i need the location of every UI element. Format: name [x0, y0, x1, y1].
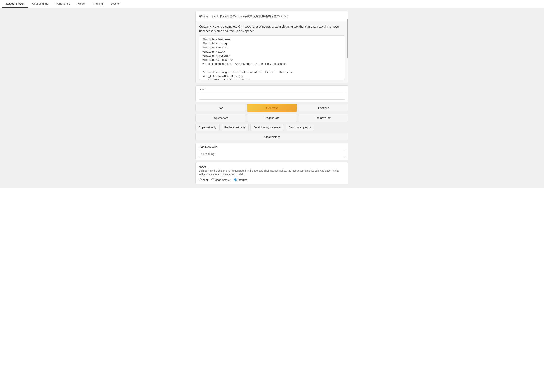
tab-session[interactable]: Session	[107, 0, 124, 8]
tab-bar: Text generation Chat settings Parameters…	[0, 0, 544, 8]
mode-chat-instruct-label: chat-instruct	[215, 178, 231, 181]
main-content: 帮我写一个可以自动清理Windows系统常见垃圾功能的完整C++代码 Certa…	[0, 8, 544, 188]
mode-instruct-label: instruct	[238, 178, 247, 181]
mode-chat-radio[interactable]	[199, 178, 202, 181]
tab-text-generation[interactable]: Text generation	[2, 0, 28, 8]
mode-chat-label: chat	[203, 178, 208, 181]
send-dummy-message-button[interactable]: Send dummy message	[250, 124, 284, 131]
tab-parameters[interactable]: Parameters	[52, 0, 74, 8]
mode-instruct-option[interactable]: instruct	[234, 178, 247, 181]
stop-button[interactable]: Stop	[195, 104, 245, 112]
assistant-message: Certainly! Here is a complete C++ code f…	[196, 21, 348, 83]
user-message: 帮我写一个可以自动清理Windows系统常见垃圾功能的完整C++代码	[196, 12, 348, 21]
scrollbar-thumb	[347, 19, 348, 58]
mode-instruct-radio[interactable]	[234, 178, 237, 181]
regenerate-button[interactable]: Regenerate	[247, 114, 297, 122]
replace-last-reply-button[interactable]: Replace last reply	[221, 124, 249, 131]
input-field[interactable]	[199, 92, 345, 99]
start-reply-label: Start reply with	[199, 145, 345, 148]
mode-chat-instruct-radio[interactable]	[212, 178, 214, 181]
clear-history-button[interactable]: Clear history	[195, 133, 349, 141]
scrollbar-track[interactable]	[347, 12, 348, 83]
secondary-button-row: Impersonate Regenerate Remove last	[195, 114, 349, 122]
tab-training[interactable]: Training	[89, 0, 106, 8]
tab-model[interactable]: Model	[74, 0, 89, 8]
generate-button[interactable]: Generate	[247, 104, 297, 112]
center-panel: 帮我写一个可以自动清理Windows系统常见垃圾功能的完整C++代码 Certa…	[195, 11, 349, 184]
mode-chat-option[interactable]: chat	[199, 178, 208, 181]
code-block: #include <iostream> #include <string> #i…	[199, 35, 345, 80]
mode-section: Mode Defines how the chat prompt is gene…	[195, 162, 349, 184]
primary-button-row: Stop Generate Continue	[195, 104, 349, 112]
tab-chat-settings[interactable]: Chat settings	[28, 0, 52, 8]
copy-last-reply-button[interactable]: Copy last reply	[195, 124, 219, 131]
remove-last-button[interactable]: Remove last	[299, 114, 349, 122]
mode-description: Defines how the chat prompt is generated…	[199, 169, 345, 176]
tertiary-button-row: Copy last reply Replace last reply Send …	[195, 124, 349, 131]
mode-title: Mode	[199, 165, 345, 168]
input-label: Input	[199, 88, 345, 91]
start-reply-input[interactable]	[199, 150, 345, 158]
mode-radio-group: chat chat-instruct instruct	[199, 178, 345, 181]
continue-button[interactable]: Continue	[299, 104, 349, 112]
impersonate-button[interactable]: Impersonate	[195, 114, 245, 122]
input-section: Input	[195, 85, 349, 102]
send-dummy-reply-button[interactable]: Send dummy reply	[286, 124, 314, 131]
mode-chat-instruct-option[interactable]: chat-instruct	[212, 178, 231, 181]
start-reply-section: Start reply with	[195, 143, 349, 160]
chat-display: 帮我写一个可以自动清理Windows系统常见垃圾功能的完整C++代码 Certa…	[195, 11, 349, 83]
